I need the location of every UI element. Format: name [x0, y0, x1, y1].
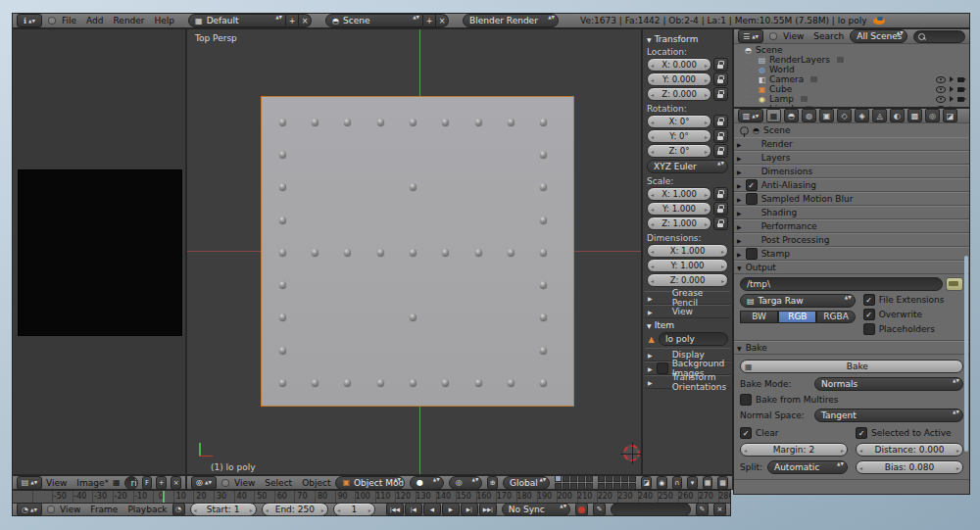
playhead[interactable] [163, 491, 165, 503]
collapsed-panel-header[interactable]: Anti-Aliasing [734, 178, 969, 192]
jump-to-start-icon[interactable]: |◀◀ [386, 503, 404, 516]
viewport-3d[interactable]: Top Persp (1) lo poly [186, 28, 642, 475]
checkbox[interactable] [863, 309, 875, 320]
collapsed-panel-header[interactable]: Grease Pencil [645, 291, 730, 305]
collapsed-panel-header[interactable]: Render [734, 137, 969, 151]
collapse-menus-toggle[interactable] [47, 506, 55, 513]
outliner-item-label[interactable]: Lamp [769, 94, 794, 104]
bake-from-multires-row[interactable]: Bake from Multires [740, 394, 963, 406]
play-reverse-icon[interactable]: ◀ [423, 503, 441, 516]
uv-image-editor[interactable] [12, 28, 186, 475]
visibility-eye-icon[interactable] [936, 96, 946, 103]
info-editor-type-button[interactable]: ℹ▲▼ [17, 14, 42, 27]
outliner-row[interactable]: ◦ ◉ Lamp [736, 94, 967, 104]
menu-item[interactable]: View [60, 505, 80, 514]
image-name-field[interactable]: rivets_normal [124, 476, 138, 490]
properties-n-panel[interactable]: Transform Location: X: 0.000 Y: 0.000 Z:… [642, 28, 733, 475]
checkbox-row[interactable]: Overwrite [863, 309, 963, 320]
tab-physics[interactable]: ◪ [943, 109, 957, 122]
clear-checkbox[interactable] [740, 427, 752, 439]
display-scope-dropdown[interactable]: All Scenes▲▼ [850, 29, 906, 43]
collapsed-panel-header[interactable]: Shading [734, 206, 969, 219]
menu-item[interactable]: View [46, 478, 67, 488]
outliner-editor-type-button[interactable]: ☰▲▼ [738, 29, 763, 43]
view3d-editor-type-button[interactable]: ◎▲▼ [191, 476, 217, 490]
lock-icon[interactable] [713, 72, 728, 86]
timeline-editor-type-button[interactable]: ◔▲▼ [17, 503, 42, 516]
render-opengl-icon[interactable]: ▦ [703, 476, 713, 490]
expand-icon[interactable]: ◦ [750, 86, 755, 92]
renderability-camera-icon[interactable] [957, 97, 964, 102]
bias-slider[interactable]: Bias: 0.080 [856, 460, 963, 474]
checkbox-row[interactable]: File Extensions [863, 294, 963, 306]
expand-icon[interactable]: ◦ [750, 67, 755, 72]
location-field[interactable]: Z: 0.000 [647, 87, 711, 101]
proportional-edit-icon[interactable]: ◉ [657, 476, 667, 490]
expand-icon[interactable]: ◦ [750, 96, 755, 102]
menu-item[interactable]: Frame [90, 505, 118, 514]
object-name-field[interactable]: lo poly [659, 332, 728, 346]
next-keyframe-icon[interactable]: ▶| [461, 503, 478, 516]
baked-image-canvas[interactable] [18, 169, 182, 336]
renderability-camera-icon[interactable] [957, 87, 964, 92]
dimension-field[interactable]: Z: 0.000 [647, 273, 728, 287]
bake-mode-dropdown[interactable]: Normals▲▼ [814, 377, 963, 391]
properties-editor-type-button[interactable]: ▥▲▼ [738, 109, 763, 122]
expand-icon[interactable]: ◦ [736, 47, 741, 53]
menu-item[interactable]: Search [813, 31, 844, 41]
current-frame-field[interactable]: 1 [333, 503, 375, 516]
bake-panel-header[interactable]: Bake [734, 341, 969, 355]
render-engine-dropdown[interactable]: Blender Render▲▼ [463, 14, 559, 27]
scale-field[interactable]: Z: 1.000 [647, 217, 711, 230]
fake-user-button[interactable]: F [142, 476, 153, 490]
checkbox[interactable] [863, 294, 875, 306]
collapse-menus-toggle[interactable] [221, 479, 229, 487]
lo-poly-plane[interactable] [261, 96, 574, 407]
visibility-eye-icon[interactable] [936, 76, 946, 83]
lock-to-scene-icon[interactable]: ◪ [641, 476, 652, 490]
jump-to-end-icon[interactable]: ▶▶| [479, 503, 497, 516]
selectability-cursor-icon[interactable] [950, 86, 954, 92]
outliner-item-label[interactable]: Cube [769, 84, 792, 94]
color-mode-option[interactable]: RGB [778, 311, 816, 323]
panel-checkbox[interactable] [746, 179, 758, 191]
manipulator-icon[interactable]: ⊕ [487, 476, 498, 490]
preview-range-clock-icon[interactable]: ◔ [172, 503, 185, 516]
keying-set-field[interactable] [611, 503, 691, 516]
scene-dropdown[interactable]: ◓Scene▲▼ [325, 14, 423, 27]
rotation-field[interactable]: Z: 0° [647, 144, 711, 158]
layer-buttons-group-2[interactable] [598, 475, 636, 490]
collapsed-panel-header[interactable]: Transform Orientations [645, 375, 730, 389]
expand-icon[interactable]: ◦ [750, 76, 755, 82]
outliner-row[interactable]: ◦ ◓ Scene [736, 45, 967, 55]
folder-icon[interactable] [946, 277, 963, 291]
margin-slider[interactable]: Margin: 2 [740, 443, 848, 457]
close-layout-icon[interactable]: × [299, 14, 312, 27]
selectability-cursor-icon[interactable] [950, 96, 954, 102]
collapsed-panel-header[interactable]: Sampled Motion Blur [734, 192, 969, 206]
play-icon[interactable]: ▶ [442, 503, 460, 516]
location-field[interactable]: X: 0.000 [647, 58, 711, 72]
item-panel-header[interactable]: Item [647, 320, 728, 330]
menu-item[interactable]: Select [265, 478, 292, 488]
lock-icon[interactable] [713, 144, 728, 158]
lock-icon[interactable] [713, 115, 728, 128]
distance-slider[interactable]: Distance: 0.000 [856, 443, 963, 457]
tab-modifiers[interactable]: ◈ [855, 109, 869, 122]
tab-texture[interactable]: ▩ [907, 109, 922, 122]
collapsed-panel-header[interactable]: Performance [734, 219, 969, 233]
collapse-menus-toggle[interactable] [48, 17, 56, 24]
renderability-camera-icon[interactable] [957, 77, 964, 82]
rotation-mode-dropdown[interactable]: XYZ Euler▲▼ [647, 160, 728, 173]
tab-world[interactable]: ◍ [802, 109, 816, 122]
lock-icon[interactable] [713, 87, 728, 101]
screen-layout-dropdown[interactable]: ▦Default▲▼ [188, 14, 286, 27]
pivot-point-dropdown[interactable]: ◎▲▼ [449, 476, 483, 490]
insert-keyframe-icon[interactable]: ✎ [696, 503, 709, 516]
orientation-dropdown[interactable]: Global▲▼ [503, 476, 550, 490]
menu-item[interactable]: View [234, 478, 255, 488]
pin-icon[interactable] [740, 126, 749, 135]
collapsed-panel-header[interactable]: Post Processing [734, 233, 969, 247]
selectability-cursor-icon[interactable] [950, 76, 954, 82]
cursor-3d-icon[interactable] [623, 445, 640, 461]
